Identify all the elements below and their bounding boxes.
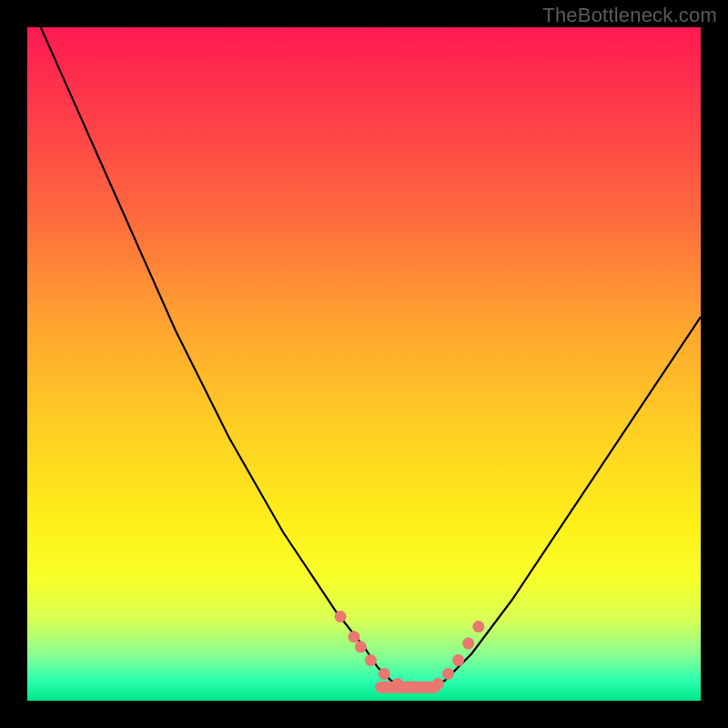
marker-dot (355, 641, 367, 652)
bottleneck-curve (41, 27, 701, 691)
marker-dot (472, 621, 484, 632)
marker-dot (348, 631, 359, 642)
marker-dot (365, 654, 377, 666)
marker-dot (379, 668, 390, 680)
highlight-markers (335, 611, 485, 693)
marker-dot (452, 654, 464, 666)
marker-dot (419, 682, 430, 693)
marker-dot (335, 611, 347, 622)
marker-dot (462, 638, 474, 650)
marker-dot (392, 678, 404, 690)
marker-dot (442, 668, 454, 680)
marker-dot (405, 682, 417, 693)
watermark-text: TheBottleneck.com (542, 4, 717, 27)
chart-svg (27, 27, 701, 701)
plot-area (27, 27, 701, 701)
chart-frame: TheBottleneck.com (0, 0, 728, 728)
marker-dot (432, 678, 444, 690)
